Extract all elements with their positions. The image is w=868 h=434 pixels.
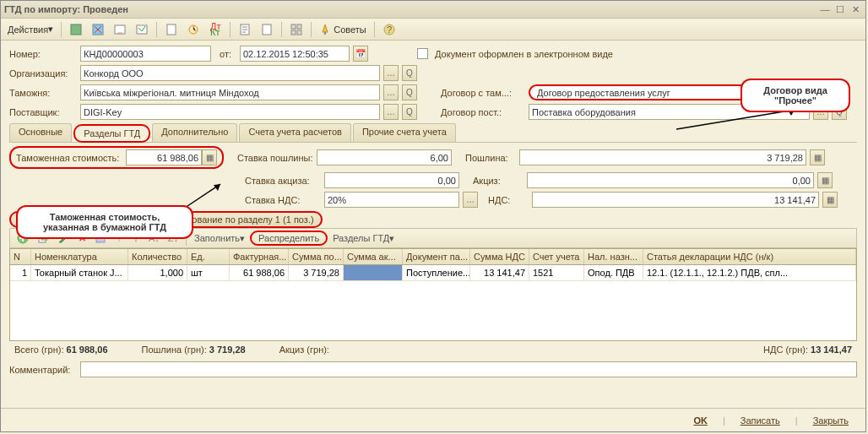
fill-dropdown[interactable]: Заполнить ▾ [191, 231, 248, 246]
tab-main[interactable]: Основные [9, 123, 72, 142]
tab-other-accounts[interactable]: Прочие счета учета [353, 123, 456, 142]
main-toolbar: Действия ▾ ДтКт Советы ? [1, 19, 865, 41]
save-row-button[interactable] [91, 231, 110, 246]
vat-input[interactable]: 13 141,47 [532, 192, 819, 208]
supplier-lookup-button[interactable]: Q [402, 104, 417, 120]
toolbar-icon-5[interactable] [161, 21, 182, 38]
data-grid: N Номенклатура Количество Ед. Фактурная.… [9, 248, 857, 341]
contract-sup-label: Договор пост.: [441, 107, 525, 117]
svg-text:?: ? [387, 24, 392, 35]
contract-tam-lookup-button[interactable]: Q [832, 84, 847, 100]
supplier-select-button[interactable]: … [383, 104, 399, 120]
minimize-button[interactable]: — [818, 3, 832, 15]
vat-label: НДС: [488, 195, 529, 205]
save-button[interactable]: Записать [732, 413, 789, 428]
close-button[interactable]: ✕ [849, 3, 862, 15]
col-n[interactable]: N [10, 249, 31, 264]
vat-rate-select-button[interactable]: … [463, 192, 478, 208]
customs-select-button[interactable]: … [383, 84, 399, 100]
subtab-goods[interactable]: Товары по разделу 1 (0 поз.) [9, 211, 149, 228]
contract-sup-select-button[interactable]: … [813, 104, 828, 120]
edit-row-button[interactable] [54, 231, 73, 246]
advice-button[interactable]: Советы [316, 21, 369, 38]
tab-sections[interactable]: Разделы ГТД [73, 124, 150, 143]
customs-lookup-button[interactable]: Q [402, 84, 417, 100]
toolbar-icon-6[interactable] [183, 21, 203, 38]
move-up-button[interactable]: ↑ [111, 231, 127, 246]
help-button[interactable]: ? [379, 21, 399, 38]
toolbar-icon-10[interactable] [286, 21, 307, 38]
excise-calc-button[interactable]: ▦ [817, 172, 833, 188]
add-copy-button[interactable] [34, 231, 52, 246]
grid-row[interactable]: 1 Токарный станок J... 1,000 шт 61 988,0… [10, 265, 856, 281]
excise-input[interactable]: 0,00 [527, 172, 814, 188]
distribute-button[interactable]: Распределить [250, 231, 328, 246]
svg-rect-12 [291, 30, 296, 35]
col-invoice[interactable]: Фактурная... [230, 249, 289, 264]
contract-sup-lookup-button[interactable]: Q [832, 104, 847, 120]
close-footer-button[interactable]: Закрыть [805, 413, 857, 428]
move-down-button[interactable]: ↓ [128, 231, 144, 246]
contract-sup-input[interactable]: Поставка оборудования [529, 104, 810, 120]
vat-rate-input[interactable]: 20% [324, 192, 459, 208]
customs-input[interactable]: Київська міжрегіонал. митниця Міндоход [80, 84, 380, 100]
org-lookup-button[interactable]: Q [402, 65, 417, 81]
col-unit[interactable]: Ед. [187, 249, 230, 264]
date-input[interactable]: 02.12.2015 12:50:35 [240, 46, 350, 62]
electronic-checkbox[interactable] [417, 48, 428, 59]
supplier-input[interactable]: DIGI-Key [80, 104, 380, 120]
col-doc[interactable]: Документ па... [403, 249, 470, 264]
tab-accounts[interactable]: Счета учета расчетов [239, 123, 350, 142]
vat-calc-button[interactable]: ▦ [822, 192, 838, 208]
col-vat[interactable]: Сумма НДС [470, 249, 529, 264]
svg-rect-11 [297, 24, 301, 29]
col-account[interactable]: Счет учета [529, 249, 584, 264]
toolbar-icon-1[interactable] [66, 21, 86, 38]
org-select-button[interactable]: … [383, 65, 399, 81]
date-picker-button[interactable]: 📅 [353, 46, 368, 62]
comment-label: Комментарий: [9, 365, 77, 375]
tab-additional[interactable]: Дополнительно [152, 123, 237, 142]
col-qty[interactable]: Количество [128, 249, 187, 264]
duty-rate-label: Ставка пошлины: [237, 153, 313, 163]
number-input[interactable]: КНД00000003 [80, 46, 211, 62]
delete-row-button[interactable]: ✕ [74, 231, 90, 246]
toolbar-icon-9[interactable] [257, 21, 277, 38]
toolbar-icon-2[interactable] [88, 21, 108, 38]
customs-cost-calc-button[interactable]: ▦ [202, 149, 217, 165]
sort-asc-button[interactable]: A↓ [145, 231, 163, 246]
contract-tam-input[interactable]: Договор предоставления услуг [529, 84, 810, 100]
duty-rate-input[interactable]: 6,00 [317, 149, 452, 165]
sections-dropdown[interactable]: Разделы ГТД ▾ [329, 231, 398, 246]
comment-input[interactable] [80, 361, 857, 377]
excise-rate-label: Ставка акциза: [245, 176, 321, 186]
col-excise[interactable]: Сумма ак... [344, 249, 403, 264]
titlebar: ГТД по импорту: Проведен — ☐ ✕ [1, 1, 865, 19]
col-decl[interactable]: Статья декларации НДС (н/к) [643, 249, 856, 264]
svg-rect-20 [96, 234, 105, 242]
toolbar-icon-3[interactable] [110, 21, 130, 38]
customs-cost-input[interactable]: 61 988,06 [126, 149, 202, 165]
add-row-button[interactable] [14, 231, 32, 246]
sort-desc-button[interactable]: Z↓ [165, 231, 182, 246]
toolbar-icon-8[interactable] [235, 21, 255, 38]
footer: OK | Записать | Закрыть [1, 408, 865, 431]
actions-dropdown[interactable]: Действия ▾ [4, 21, 57, 38]
col-tax[interactable]: Нал. назн... [584, 249, 643, 264]
customs-cost-label: Таможенная стоимость: [16, 153, 126, 163]
svg-rect-13 [297, 30, 301, 35]
svg-rect-0 [71, 24, 81, 35]
toolbar-icon-7[interactable]: ДтКт [205, 21, 225, 38]
org-input[interactable]: Конкорд ООО [80, 65, 380, 81]
toolbar-icon-4[interactable] [132, 21, 152, 38]
col-nom[interactable]: Номенклатура [31, 249, 128, 264]
contract-tam-select-button[interactable]: … [813, 84, 828, 100]
maximize-button[interactable]: ☐ [833, 3, 847, 15]
subtab-equipment[interactable]: Оборудование по разделу 1 (1 поз.) [151, 211, 323, 228]
col-duty[interactable]: Сумма по... [289, 249, 344, 264]
duty-calc-button[interactable]: ▦ [810, 149, 825, 165]
duty-input[interactable]: 3 719,28 [519, 149, 806, 165]
excise-rate-input[interactable]: 0,00 [324, 172, 459, 188]
customs-label: Таможня: [9, 88, 77, 98]
ok-button[interactable]: OK [685, 413, 716, 428]
